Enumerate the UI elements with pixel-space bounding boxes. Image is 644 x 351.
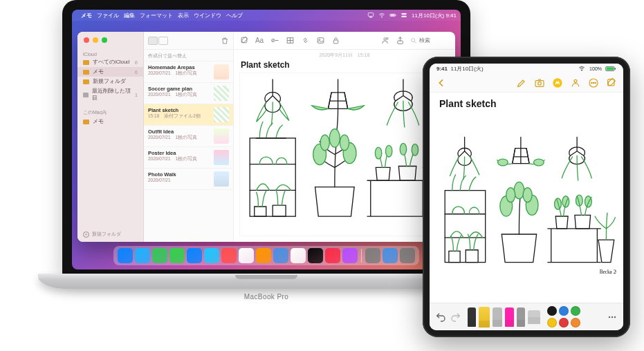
handwriting-button[interactable] — [515, 77, 528, 89]
menu-window[interactable]: ウインドウ — [194, 12, 221, 19]
note-canvas[interactable]: Becka 2019 — [239, 73, 450, 236]
ipad-note-canvas[interactable]: Becka 2019 — [436, 113, 616, 301]
menubar-datetime[interactable]: 11月10日(火) 9:41 — [412, 12, 457, 19]
color-swatch[interactable] — [547, 318, 557, 328]
notes-list: 作成日で並べ替え Homemade Arepas2020/07/21 1枚の写真… — [144, 32, 234, 242]
lock-button[interactable] — [331, 36, 340, 46]
search-input[interactable] — [419, 37, 450, 44]
collaborate-button[interactable] — [380, 36, 389, 46]
menu-help[interactable]: ヘルプ — [226, 12, 243, 19]
note-item-meta: 2020/07/21 — [148, 178, 210, 182]
dock-app[interactable] — [256, 248, 271, 263]
dock-app[interactable] — [221, 248, 237, 263]
color-swatch[interactable] — [571, 318, 580, 328]
menu-format[interactable]: フォーマット — [140, 12, 173, 19]
dock-app[interactable] — [152, 248, 167, 263]
lasso-tool[interactable] — [517, 307, 525, 327]
note-item-title: Plant sketch — [148, 107, 210, 113]
dock-app[interactable] — [308, 248, 323, 263]
marker-tool[interactable] — [479, 307, 490, 328]
pencil-tool[interactable] — [493, 307, 502, 327]
dock-app[interactable] — [291, 248, 306, 263]
notes-list-item[interactable]: Soccer game plan2020/07/21 1枚の写真 — [144, 83, 233, 104]
svg-rect-10 — [318, 38, 324, 44]
dock-app[interactable] — [342, 248, 358, 263]
menu-edit[interactable]: 編集 — [124, 12, 135, 19]
more-button[interactable] — [587, 77, 600, 89]
control-center-icon[interactable] — [401, 12, 407, 19]
svg-point-42 — [534, 159, 544, 166]
dock-app[interactable] — [325, 248, 340, 263]
compose-button[interactable] — [239, 36, 249, 46]
dock-app[interactable] — [169, 248, 185, 263]
sidebar-item-notes[interactable]: メモ6 — [77, 67, 143, 77]
notes-list-item[interactable]: Plant sketch15:18 添付ファイル2個 — [144, 104, 233, 126]
notes-list-item[interactable]: Homemade Arepas2020/07/21 1枚の写真 — [144, 61, 233, 83]
svg-point-50 — [562, 196, 569, 207]
svg-rect-31 — [607, 67, 614, 70]
dock-app[interactable] — [239, 248, 254, 263]
wifi-icon — [578, 65, 586, 72]
dock-app[interactable] — [135, 248, 150, 263]
ipad-note-title[interactable]: Plant sketch — [430, 93, 623, 112]
color-swatch[interactable] — [559, 318, 569, 328]
tools-more-button[interactable] — [607, 312, 618, 323]
color-swatch[interactable] — [559, 306, 569, 316]
window-zoom-button[interactable] — [102, 37, 107, 43]
pen-tool[interactable] — [468, 307, 476, 327]
dock-app[interactable] — [204, 248, 219, 263]
format-button[interactable]: Aa — [255, 36, 264, 46]
eraser-tool[interactable] — [505, 307, 514, 327]
share-button[interactable] — [395, 36, 405, 46]
redo-button[interactable] — [450, 312, 461, 323]
note-item-title: Poster Idea — [148, 150, 210, 156]
dock-app[interactable] — [118, 248, 133, 263]
note-item-thumb — [214, 64, 229, 79]
sidebar-item-trash[interactable]: 最近削除した項目1 — [77, 86, 143, 103]
airplay-icon[interactable] — [367, 12, 374, 19]
list-view-button[interactable] — [148, 37, 158, 45]
ruler-tool[interactable] — [528, 310, 540, 324]
gallery-view-button[interactable] — [158, 37, 168, 45]
dock-app[interactable] — [400, 248, 415, 263]
svg-point-52 — [585, 196, 592, 207]
color-swatch[interactable] — [547, 306, 557, 316]
window-minimize-button[interactable] — [93, 37, 98, 43]
battery-icon[interactable] — [389, 12, 396, 19]
svg-point-24 — [375, 147, 381, 159]
sidebar-item-local-notes[interactable]: メモ — [77, 117, 143, 126]
window-close-button[interactable] — [84, 37, 89, 43]
menu-file[interactable]: ファイル — [97, 12, 119, 19]
sidebar-item-new-folder[interactable]: 新規フォルダ — [77, 77, 143, 86]
table-button[interactable] — [285, 36, 295, 46]
markup-button[interactable] — [551, 77, 564, 89]
link-button[interactable] — [300, 36, 310, 46]
collaborate-button[interactable] — [569, 77, 582, 89]
dock-app[interactable] — [365, 248, 380, 263]
dock-app[interactable] — [187, 248, 202, 263]
sort-label[interactable]: 作成日で並べ替え — [144, 50, 233, 61]
notes-list-item[interactable]: Outfit Idea2020/07/21 1枚の写真 — [144, 126, 233, 147]
app-name-menu[interactable]: メモ — [81, 12, 92, 19]
note-item-title: Photo Walk — [148, 171, 210, 178]
note-title[interactable]: Plant sketch — [234, 59, 455, 73]
notes-list-item[interactable]: Photo Walk2020/07/21 — [144, 169, 233, 190]
note-date-header: 2020年9月11日 15:18 — [234, 50, 455, 59]
sidebar-new-folder-button[interactable]: +新規フォルダ — [83, 231, 121, 238]
media-button[interactable] — [315, 36, 325, 46]
trash-icon[interactable] — [221, 37, 229, 45]
wifi-icon[interactable] — [378, 12, 385, 19]
dock-app[interactable] — [383, 248, 398, 263]
checklist-button[interactable] — [270, 36, 279, 46]
notes-list-item[interactable]: Poster Idea2020/07/21 1枚の写真 — [144, 147, 233, 169]
note-item-meta: 2020/07/21 1枚の写真 — [148, 135, 210, 141]
sidebar-item-all-icloud[interactable]: すべてのiCloud6 — [77, 57, 143, 67]
camera-button[interactable] — [533, 77, 546, 89]
compose-button[interactable] — [605, 77, 618, 89]
back-button[interactable] — [435, 77, 448, 89]
undo-button[interactable] — [435, 312, 446, 323]
menu-view[interactable]: 表示 — [178, 12, 189, 19]
dock-app[interactable] — [273, 248, 288, 263]
color-swatch[interactable] — [571, 306, 580, 316]
sidebar-section-local: このMac内 — [77, 107, 143, 117]
